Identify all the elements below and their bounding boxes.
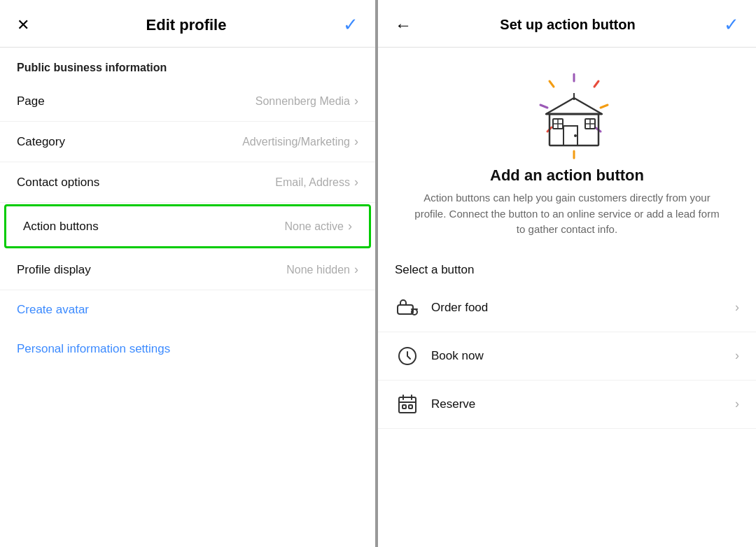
menu-item-contact-label: Contact options (17, 176, 99, 190)
svg-rect-20 (398, 305, 413, 314)
order-food-icon (395, 295, 420, 320)
menu-item-contact-right: Email, Address › (275, 175, 358, 190)
store-illustration (525, 69, 609, 152)
menu-item-page-value: Sonnenberg Media (255, 95, 350, 108)
close-icon[interactable]: ✕ (17, 16, 29, 34)
menu-item-category-right: Advertising/Marketing › (242, 134, 358, 149)
right-header: ← Set up action button ✓ (378, 0, 756, 48)
menu-item-profile-value: None hidden (286, 264, 350, 276)
menu-item-contact[interactable]: Contact options Email, Address › (0, 162, 375, 203)
left-check-icon[interactable]: ✓ (343, 14, 358, 36)
svg-rect-24 (399, 397, 416, 413)
svg-line-7 (550, 81, 554, 87)
menu-item-profile-label: Profile display (17, 263, 91, 277)
chevron-icon: › (348, 219, 352, 234)
right-check-icon[interactable]: ✓ (724, 14, 739, 36)
menu-item-category-value: Advertising/Marketing (242, 136, 350, 148)
left-panel-title: Edit profile (146, 16, 227, 34)
menu-item-category-label: Category (17, 135, 65, 149)
chevron-icon: › (354, 94, 358, 108)
svg-rect-28 (402, 405, 406, 409)
menu-item-page-label: Page (17, 94, 45, 108)
menu-item-contact-value: Email, Address (275, 176, 350, 189)
menu-item-category[interactable]: Category Advertising/Marketing › (0, 122, 375, 162)
action-button-desc: Action buttons can help you gain custome… (378, 190, 756, 252)
action-item-order-food-label: Order food (431, 301, 735, 315)
section-label: Public business information (0, 48, 375, 81)
action-chevron-icon: › (735, 300, 739, 315)
svg-line-1 (594, 81, 598, 87)
personal-info-link[interactable]: Personal information settings (0, 329, 375, 369)
menu-item-profile[interactable]: Profile display None hidden › (0, 250, 375, 290)
menu-item-action-value: None active (285, 220, 344, 233)
left-panel: ✕ Edit profile ✓ Public business informa… (0, 0, 378, 547)
action-item-book-now[interactable]: Book now › (378, 332, 756, 381)
action-chevron-icon: › (735, 397, 739, 411)
chevron-icon: › (354, 134, 358, 149)
left-header: ✕ Edit profile ✓ (0, 0, 375, 48)
illustration-container (378, 48, 756, 159)
menu-item-action[interactable]: Action buttons None active › (4, 204, 371, 248)
book-now-icon (395, 343, 420, 369)
menu-item-page[interactable]: Page Sonnenberg Media › (0, 81, 375, 122)
chevron-icon: › (354, 262, 358, 277)
svg-line-6 (540, 105, 547, 108)
select-button-label: Select a button (378, 252, 756, 284)
menu-item-action-right: None active › (285, 219, 353, 234)
svg-line-2 (601, 105, 608, 108)
action-item-reserve-label: Reserve (431, 397, 735, 411)
menu-item-profile-right: None hidden › (286, 262, 358, 277)
right-panel: ← Set up action button ✓ (378, 0, 756, 547)
create-avatar-link[interactable]: Create avatar (0, 290, 375, 329)
menu-item-page-right: Sonnenberg Media › (255, 94, 358, 108)
svg-marker-8 (546, 98, 602, 114)
svg-point-18 (574, 134, 577, 137)
store-svg (525, 69, 623, 166)
action-item-reserve[interactable]: Reserve › (378, 381, 756, 429)
reserve-icon (395, 392, 420, 417)
chevron-icon: › (354, 175, 358, 190)
action-item-order-food[interactable]: Order food › (378, 284, 756, 332)
action-item-book-now-label: Book now (431, 349, 735, 363)
svg-rect-29 (409, 405, 412, 409)
right-panel-title: Set up action button (412, 17, 724, 33)
back-icon[interactable]: ← (395, 15, 412, 35)
action-chevron-icon: › (735, 348, 739, 363)
menu-item-action-label: Action buttons (23, 220, 99, 234)
